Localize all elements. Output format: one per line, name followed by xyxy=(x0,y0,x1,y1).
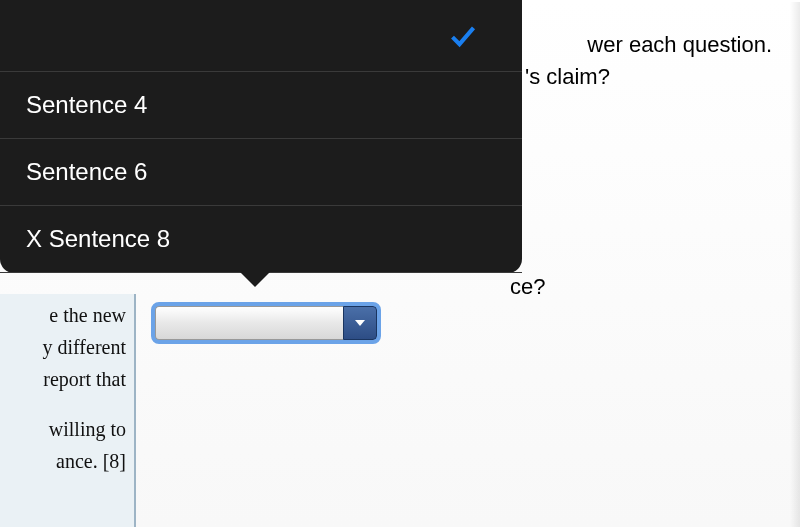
question-text-fragment: ce? xyxy=(510,274,545,300)
dropdown-option-sentence-6[interactable]: Sentence 6 xyxy=(0,139,522,206)
caret-down-icon xyxy=(355,320,365,326)
select-arrow-button[interactable] xyxy=(343,306,377,340)
dropdown-option-label: Sentence 4 xyxy=(26,91,147,119)
passage-line: e the new xyxy=(49,300,126,330)
instruction-text-fragment-2: 's claim? xyxy=(525,64,610,90)
dropdown-option-label: X Sentence 8 xyxy=(26,225,170,253)
passage-line: report that xyxy=(43,364,126,394)
passage-panel: e the new y different report that willin… xyxy=(0,294,136,527)
answer-select[interactable] xyxy=(151,302,381,344)
page-edge-shadow xyxy=(790,2,800,527)
dropdown-pointer xyxy=(240,272,270,287)
dropdown-option-sentence-8[interactable]: X Sentence 8 xyxy=(0,206,522,273)
passage-line: y different xyxy=(43,332,127,362)
dropdown-option-empty[interactable] xyxy=(0,0,522,72)
checkmark-icon xyxy=(449,24,477,54)
dropdown-option-sentence-4[interactable]: Sentence 4 xyxy=(0,72,522,139)
select-value-area[interactable] xyxy=(155,306,343,340)
svg-marker-0 xyxy=(355,320,365,326)
instruction-text-fragment-1: wer each question. xyxy=(587,32,772,58)
passage-line: ance. [8] xyxy=(56,446,126,476)
dropdown-menu: Sentence 4 Sentence 6 X Sentence 8 xyxy=(0,0,522,273)
dropdown-option-label: Sentence 6 xyxy=(26,158,147,186)
passage-line: willing to xyxy=(49,414,126,444)
